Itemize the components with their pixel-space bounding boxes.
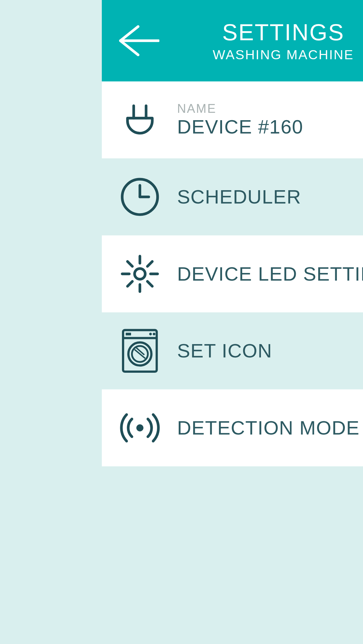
signal-icon — [119, 407, 161, 449]
settings-screen: SETTINGS WASHING MACHINE NAME DEVICE #16… — [102, 0, 363, 644]
row-scheduler[interactable]: SCHEDULER — [102, 158, 363, 236]
sun-icon — [119, 253, 161, 295]
scheduler-label: SCHEDULER — [177, 186, 363, 208]
svg-line-12 — [147, 281, 152, 286]
svg-point-18 — [153, 333, 155, 335]
row-device-name[interactable]: NAME DEVICE #160 — [102, 81, 363, 158]
back-button[interactable] — [115, 21, 159, 60]
row-led-settings[interactable]: DEVICE LED SETTINGS — [102, 235, 363, 312]
name-field-value: DEVICE #160 — [177, 116, 363, 138]
clock-icon — [119, 176, 161, 218]
name-field-label: NAME — [177, 102, 363, 116]
plug-icon — [119, 99, 161, 141]
header-bar: SETTINGS WASHING MACHINE — [102, 0, 363, 81]
svg-line-13 — [147, 262, 152, 266]
svg-rect-19 — [126, 333, 131, 335]
row-set-icon[interactable]: SET ICON — [102, 312, 363, 389]
svg-point-17 — [149, 333, 152, 335]
washing-machine-icon — [119, 327, 161, 375]
detection-mode-label: DETECTION MODE — [177, 417, 363, 439]
svg-point-24 — [136, 424, 143, 431]
svg-line-11 — [128, 262, 132, 266]
set-icon-label: SET ICON — [177, 340, 363, 362]
svg-line-14 — [128, 281, 132, 286]
led-settings-label: DEVICE LED SETTINGS — [177, 263, 363, 285]
row-detection-mode: DETECTION MODE — [102, 389, 363, 467]
svg-point-6 — [135, 269, 145, 279]
back-arrow-icon — [115, 23, 159, 58]
